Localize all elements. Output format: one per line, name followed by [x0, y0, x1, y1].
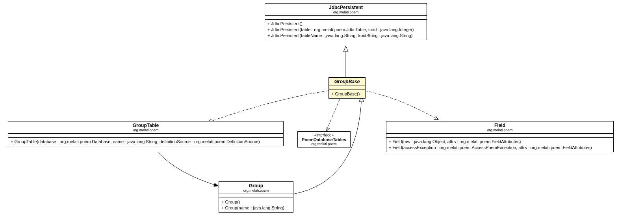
class-group-base: GroupBase + GroupBase()	[328, 77, 366, 99]
class-package: org.melati.poem	[389, 128, 611, 132]
class-operations: + GroupBase()	[329, 90, 365, 98]
class-attributes-empty	[8, 134, 283, 138]
class-jdbc-persistent: JdbcPersistent org.melati.poem + JdbcPer…	[265, 3, 427, 40]
class-operations: + Group() + Group(name : java.lang.Strin…	[219, 198, 293, 212]
class-package: org.melati.poem	[221, 189, 291, 192]
operation: + GroupTable(database : org.melati.poem.…	[11, 139, 281, 145]
class-title: Group	[221, 183, 291, 189]
operation: + JdbcPersistent(table : org.melati.poem…	[267, 27, 424, 33]
operation: + JdbcPersistent(tableName : java.lang.S…	[267, 33, 424, 39]
class-stereotype: «interface»	[300, 133, 348, 137]
class-package: org.melati.poem	[11, 128, 281, 132]
class-title: PoemDatabaseTables	[300, 137, 348, 142]
interface-poem-database-tables: «interface» PoemDatabaseTables org.melat…	[297, 131, 351, 147]
class-title: JdbcPersistent	[267, 5, 424, 10]
class-title: GroupBase	[331, 79, 363, 84]
class-attributes-empty	[219, 194, 293, 198]
class-group-table: GroupTable org.melati.poem + GroupTable(…	[8, 121, 284, 146]
class-title: GroupTable	[11, 123, 281, 128]
operation: + Group(name : java.lang.String)	[221, 205, 291, 211]
class-group: Group org.melati.poem + Group() + Group(…	[219, 181, 293, 213]
class-package: org.melati.poem	[300, 142, 348, 146]
class-attributes-empty	[386, 134, 613, 138]
class-operations: + JdbcPersistent() + JdbcPersistent(tabl…	[265, 20, 427, 40]
class-package: org.melati.poem	[267, 10, 424, 14]
operation: + GroupBase()	[331, 91, 363, 97]
class-title: Field	[389, 123, 611, 128]
operation: + Group()	[221, 199, 291, 205]
class-operations: + GroupTable(database : org.melati.poem.…	[8, 138, 283, 146]
operation: + Field(accessException : org.melati.poe…	[389, 145, 611, 151]
class-operations: + Field(raw : java.lang.Object, attrs : …	[386, 138, 613, 152]
class-field: Field org.melati.poem + Field(raw : java…	[386, 121, 614, 152]
operation: + JdbcPersistent()	[267, 21, 424, 27]
operation: + Field(raw : java.lang.Object, attrs : …	[389, 139, 611, 145]
class-attributes-empty	[329, 86, 365, 90]
class-attributes-empty	[265, 16, 427, 20]
